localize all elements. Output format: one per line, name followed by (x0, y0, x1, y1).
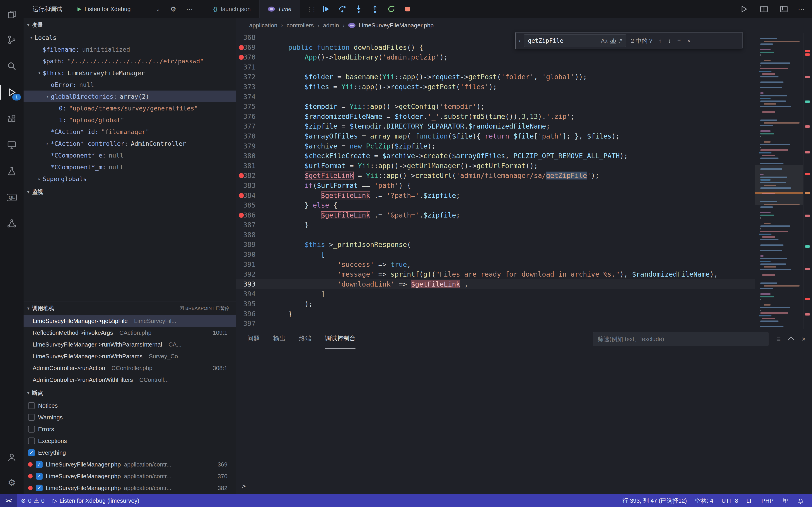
remote-explorer-icon[interactable] (0, 135, 23, 155)
code-line[interactable]: 374 (236, 92, 755, 102)
code-line[interactable]: 389 $this->_printJsonResponse( (236, 240, 755, 250)
debug-console-prompt[interactable]: > (242, 482, 246, 490)
code-line[interactable]: 395 ); (236, 299, 755, 309)
settings-gear-icon[interactable]: ⚙ (0, 472, 23, 493)
code-line[interactable]: 394 ] (236, 289, 755, 299)
panel-tab-终端[interactable]: 终端 (299, 329, 311, 349)
debug-session-status[interactable]: ▷ Listen for Xdebug (limesurvey) (48, 494, 143, 507)
breadcrumb-item[interactable]: controllers (287, 22, 314, 29)
continue-icon[interactable] (320, 3, 332, 15)
toolbar-grip-handle[interactable]: ⋮⋮ (307, 6, 316, 13)
variable-row[interactable]: ▾globalDirectories:array(2) (23, 91, 236, 102)
tab-launch-json[interactable]: {} launch.json (205, 0, 259, 18)
source-control-icon[interactable] (0, 30, 23, 50)
account-icon[interactable] (0, 447, 23, 467)
code-line[interactable]: 377 $zipfile = $tempdir.DIRECTORY_SEPARA… (236, 121, 755, 131)
breakpoint-checkbox[interactable]: ✓ (28, 449, 35, 456)
code-line[interactable]: 391 'success' => true, (236, 260, 755, 270)
code-line[interactable]: 397 (236, 319, 755, 329)
breakpoint-row[interactable]: ✓LimeSurveyFileManager.phpapplication/co… (23, 470, 236, 482)
code-line[interactable]: 378 $arrayOfFiles = array_map( function(… (236, 131, 755, 141)
close-find-icon[interactable]: × (687, 37, 691, 44)
maximize-panel-icon[interactable] (788, 337, 795, 343)
find-in-selection-icon[interactable]: ≡ (677, 37, 680, 44)
variable-row[interactable]: ▾Locals (23, 32, 236, 44)
remote-indicator[interactable]: >< (0, 494, 17, 507)
pipeline-icon[interactable] (0, 214, 23, 234)
debug-settings-gear-icon[interactable]: ⚙ (170, 5, 176, 13)
step-out-icon[interactable] (369, 3, 381, 15)
code-line[interactable]: 381 $urlFormat = Yii::app()->getUrlManag… (236, 161, 755, 171)
code-editor[interactable]: 368369 public function downloadFiles() {… (236, 33, 755, 329)
code-line[interactable]: 390 [ (236, 250, 755, 260)
variable-row[interactable]: ▸*CAction*_controller:AdminController (23, 137, 236, 150)
variable-row[interactable]: ▸Superglobals (23, 173, 236, 185)
overview-ruler[interactable] (803, 33, 812, 329)
restart-icon[interactable] (386, 3, 397, 15)
regex-icon[interactable]: .* (619, 38, 622, 44)
tab-limesurveyfilemanager[interactable]: Lime (259, 0, 300, 18)
code-line[interactable]: 383 if($urlFormat == 'path') { (236, 181, 755, 190)
breakpoint-row[interactable]: ✓Everything (23, 447, 236, 459)
stack-frame[interactable]: LimeSurveyFileManager->runWithParamsSurv… (23, 350, 236, 362)
notifications-bell-icon[interactable] (793, 494, 808, 507)
code-line[interactable]: 396 } (236, 309, 755, 319)
debug-more-actions-icon[interactable]: ⋯ (186, 5, 193, 13)
breakpoint-row[interactable]: ✓LimeSurveyFileManager.phpapplication/co… (23, 459, 236, 470)
breakpoint-checkbox[interactable] (28, 402, 35, 409)
language-mode-status[interactable]: PHP (757, 494, 777, 507)
code-line[interactable]: 375 $tempdir = Yii::app()->getConfig('te… (236, 102, 755, 112)
variable-row[interactable]: *CComponent*_m:null (23, 161, 236, 173)
code-line[interactable]: 385 } else { (236, 200, 755, 210)
encoding-status[interactable]: UTF-8 (717, 494, 743, 507)
step-into-icon[interactable] (353, 3, 364, 15)
code-line[interactable]: 382 $getFileLink = Yii::app()->createUrl… (236, 171, 755, 181)
indentation-status[interactable]: 空格: 4 (691, 494, 717, 507)
variable-row[interactable]: oError:null (23, 79, 236, 91)
breakpoint-row[interactable]: ✓LimeSurveyFileManager.phpapplication/co… (23, 482, 236, 494)
code-line[interactable]: 371 (236, 62, 755, 72)
split-editor-icon[interactable] (758, 3, 770, 15)
breakpoint-checkbox[interactable] (28, 426, 35, 433)
stack-frame[interactable]: AdminController->runActionCController.ph… (23, 362, 236, 374)
run-or-debug-icon[interactable] (738, 3, 750, 15)
breakpoint-checkbox[interactable]: ✓ (36, 461, 43, 468)
panel-tab-调试控制台[interactable]: 调试控制台 (325, 329, 355, 349)
close-panel-icon[interactable]: × (802, 335, 806, 343)
chevron-icon[interactable]: ▾ (36, 70, 43, 75)
variable-row[interactable]: $path:"/../../../../../../../../etc/pass… (23, 55, 236, 67)
find-next-icon[interactable]: ↓ (668, 37, 671, 44)
breakpoint-row[interactable]: Exceptions (23, 435, 236, 447)
code-line[interactable]: 392 'message' => sprintf(gT("Files are r… (236, 269, 755, 279)
match-case-icon[interactable]: Aa (601, 38, 607, 44)
variable-row[interactable]: 0:"upload/themes/survey/generalfiles" (23, 102, 236, 114)
explorer-icon[interactable] (0, 5, 23, 24)
customize-layout-icon[interactable] (778, 3, 790, 15)
search-icon[interactable] (0, 56, 23, 76)
variable-row[interactable]: *CAction*_id:"filemanager" (23, 126, 236, 137)
minimap[interactable] (755, 33, 804, 329)
variable-row[interactable]: *CComponent*_e:null (23, 150, 236, 161)
variable-row[interactable]: 1:"upload/global" (23, 114, 236, 126)
step-over-icon[interactable] (337, 3, 348, 15)
chevron-icon[interactable]: ▾ (28, 35, 35, 40)
breakpoint-checkbox[interactable]: ✓ (36, 473, 43, 480)
code-line[interactable]: 379 $archive = new PclZip($zipfile); (236, 141, 755, 151)
code-line[interactable]: 387 } (236, 220, 755, 230)
breadcrumb-file[interactable]: LimeSurveyFileManager.php (348, 22, 434, 29)
filter-lines-icon[interactable]: ≡ (777, 335, 781, 343)
code-line[interactable]: 370 App()->loadLibrary('admin.pclzip'); (236, 52, 755, 62)
whole-word-icon[interactable]: ab (610, 38, 616, 44)
run-debug-icon[interactable]: 1 (0, 82, 23, 102)
stack-frame[interactable]: LimeSurveyFileManager->runWithParamsInte… (23, 339, 236, 350)
codeql-icon[interactable]: QL (0, 187, 23, 207)
watch-section-header[interactable]: ▾ 监视 (23, 185, 236, 199)
console-filter-input[interactable]: 筛选(例如 text、!exclude) (593, 332, 768, 346)
code-line[interactable]: 372 $folder = basename(Yii::app()->reque… (236, 72, 755, 82)
breakpoint-row[interactable]: Notices (23, 400, 236, 411)
ports-icon[interactable] (777, 494, 793, 507)
breakpoint-row[interactable]: Errors (23, 423, 236, 435)
variable-row[interactable]: ▾$this:LimeSurveyFileManager (23, 67, 236, 79)
testing-beaker-icon[interactable] (0, 161, 23, 181)
stack-frame[interactable]: ReflectionMethod->invokeArgsCAction.php1… (23, 327, 236, 339)
